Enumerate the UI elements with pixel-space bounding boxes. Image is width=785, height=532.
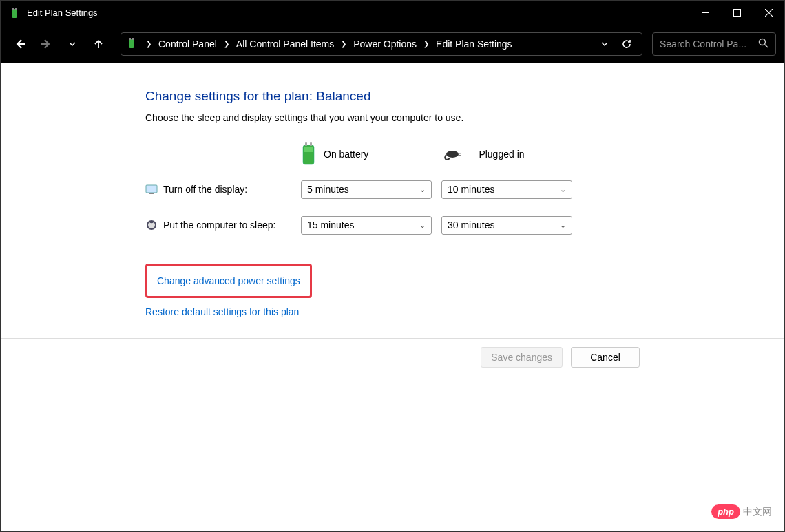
search-input[interactable]: Search Control Pa... bbox=[652, 32, 776, 56]
maximize-button[interactable] bbox=[721, 1, 753, 25]
watermark: php 中文网 bbox=[711, 504, 772, 519]
column-headers: On battery Plugged in bbox=[145, 137, 600, 171]
svg-point-12 bbox=[760, 39, 766, 45]
back-button[interactable] bbox=[9, 33, 31, 55]
svg-rect-19 bbox=[458, 153, 461, 154]
restore-defaults-link[interactable]: Restore default settings for this plan bbox=[145, 306, 600, 317]
window-frame: Edit Plan Settings bbox=[0, 0, 785, 532]
minimize-button[interactable] bbox=[689, 1, 721, 25]
svg-rect-21 bbox=[146, 185, 157, 193]
links-section: Change advanced power settings Restore d… bbox=[145, 264, 600, 317]
sleep-timeout-row: Put the computer to sleep: 15 minutes ⌄ … bbox=[145, 207, 600, 243]
chevron-right-icon[interactable]: ❯ bbox=[222, 40, 231, 47]
svg-point-18 bbox=[446, 151, 459, 158]
plugged-in-header: Plugged in bbox=[444, 147, 524, 162]
display-plugged-select[interactable]: 10 minutes ⌄ bbox=[441, 180, 572, 199]
svg-rect-2 bbox=[15, 8, 17, 10]
window-title: Edit Plan Settings bbox=[27, 8, 689, 18]
battery-icon bbox=[127, 38, 139, 50]
recent-dropdown[interactable] bbox=[61, 33, 83, 55]
breadcrumb-item[interactable]: Edit Plan Settings bbox=[433, 37, 515, 51]
chevron-down-icon: ⌄ bbox=[419, 221, 426, 230]
footer-buttons: Save changes Cancel bbox=[1, 339, 784, 368]
display-timeout-row: Turn off the display: 5 minutes ⌄ 10 min… bbox=[145, 171, 600, 207]
breadcrumb-item[interactable]: Power Options bbox=[350, 37, 419, 51]
app-icon bbox=[8, 6, 21, 20]
chevron-right-icon[interactable]: ❯ bbox=[145, 40, 153, 47]
display-icon bbox=[145, 183, 158, 195]
watermark-text: 中文网 bbox=[743, 506, 772, 518]
svg-rect-4 bbox=[733, 10, 740, 17]
chevron-down-icon: ⌄ bbox=[419, 185, 426, 194]
svg-rect-22 bbox=[149, 193, 154, 194]
plugged-in-label: Plugged in bbox=[479, 149, 524, 160]
svg-rect-16 bbox=[310, 142, 312, 146]
svg-rect-0 bbox=[12, 9, 17, 18]
refresh-button[interactable] bbox=[617, 34, 636, 54]
chevron-down-icon: ⌄ bbox=[560, 185, 566, 194]
save-changes-button: Save changes bbox=[481, 347, 563, 368]
sleep-plugged-select[interactable]: 30 minutes ⌄ bbox=[441, 216, 572, 235]
chevron-right-icon[interactable]: ❯ bbox=[422, 40, 430, 47]
chevron-right-icon[interactable]: ❯ bbox=[339, 40, 348, 47]
plug-icon bbox=[444, 147, 472, 162]
svg-rect-17 bbox=[304, 147, 313, 152]
battery-large-icon bbox=[300, 141, 317, 168]
display-battery-select[interactable]: 5 minutes ⌄ bbox=[301, 180, 432, 199]
search-placeholder: Search Control Pa... bbox=[660, 39, 753, 50]
content-area: Change settings for the plan: Balanced C… bbox=[1, 63, 784, 531]
svg-rect-20 bbox=[458, 155, 461, 156]
svg-rect-1 bbox=[12, 8, 14, 10]
svg-rect-15 bbox=[305, 142, 307, 146]
window-controls bbox=[689, 1, 784, 25]
titlebar: Edit Plan Settings bbox=[1, 1, 784, 25]
toolbar: ❯ Control Panel ❯ All Control Panel Item… bbox=[1, 25, 784, 63]
sleep-timeout-label: Put the computer to sleep: bbox=[163, 220, 301, 231]
watermark-brand: php bbox=[711, 504, 740, 519]
svg-rect-11 bbox=[132, 38, 134, 40]
address-bar[interactable]: ❯ Control Panel ❯ All Control Panel Item… bbox=[121, 32, 642, 56]
on-battery-label: On battery bbox=[324, 149, 368, 160]
page-heading: Change settings for the plan: Balanced bbox=[145, 89, 600, 104]
highlighted-link-box: Change advanced power settings bbox=[145, 264, 312, 298]
cancel-button[interactable]: Cancel bbox=[571, 347, 640, 368]
advanced-power-settings-link[interactable]: Change advanced power settings bbox=[157, 275, 300, 286]
svg-rect-9 bbox=[129, 39, 134, 48]
svg-rect-10 bbox=[129, 38, 131, 40]
chevron-down-icon: ⌄ bbox=[560, 221, 566, 230]
search-icon bbox=[758, 38, 768, 50]
breadcrumb-item[interactable]: Control Panel bbox=[156, 37, 220, 51]
sleep-icon bbox=[145, 219, 158, 231]
page-subtext: Choose the sleep and display settings th… bbox=[145, 112, 600, 123]
up-button[interactable] bbox=[87, 33, 109, 55]
forward-button[interactable] bbox=[35, 33, 57, 55]
display-timeout-label: Turn off the display: bbox=[163, 184, 301, 195]
close-button[interactable] bbox=[753, 1, 784, 25]
address-dropdown[interactable] bbox=[595, 34, 614, 54]
svg-line-13 bbox=[765, 44, 768, 47]
breadcrumb-item[interactable]: All Control Panel Items bbox=[233, 37, 337, 51]
on-battery-header: On battery bbox=[300, 141, 368, 168]
sleep-battery-select[interactable]: 15 minutes ⌄ bbox=[301, 216, 432, 235]
